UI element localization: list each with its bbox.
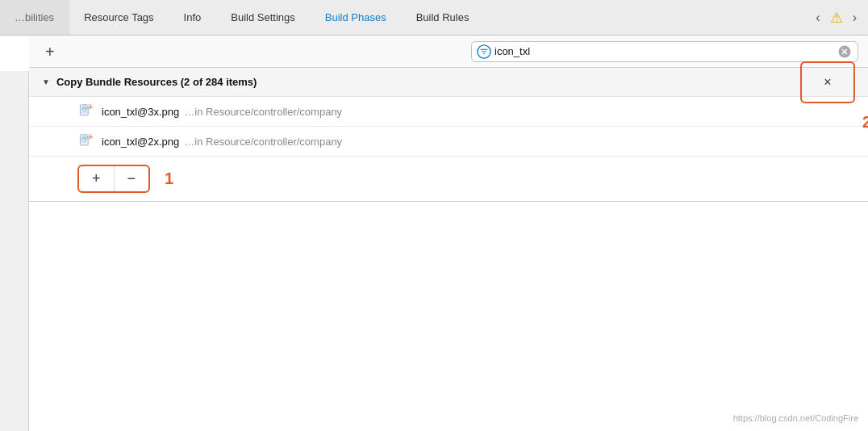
section-triangle[interactable]: ▼ <box>42 77 50 86</box>
file-icon-2x: PNG <box>77 133 94 149</box>
watermark: https://blog.csdn.net/CodingFire <box>733 413 858 423</box>
section-close-button[interactable]: × <box>800 61 855 103</box>
tab-info[interactable]: Info <box>169 0 217 35</box>
section-header: ▼ Copy Bundle Resources (2 of 284 items)… <box>29 68 868 97</box>
section-title: Copy Bundle Resources (2 of 284 items) <box>56 76 257 88</box>
add-remove-row: + − 1 <box>29 157 868 202</box>
forward-button[interactable]: › <box>848 7 862 28</box>
search-input[interactable] <box>495 45 837 57</box>
file-path-2x: …in Resource/controller/company <box>184 136 342 148</box>
search-container <box>471 41 858 62</box>
tab-capabilities[interactable]: …bilities <box>0 0 69 35</box>
annotation-2: 2 <box>862 113 868 132</box>
remove-file-button[interactable]: − <box>115 166 149 191</box>
svg-text:PNG: PNG <box>87 135 93 139</box>
filter-icon <box>477 44 491 59</box>
annotation-1: 1 <box>165 169 173 188</box>
tab-list: …bilities Resource Tags Info Build Setti… <box>0 0 484 35</box>
file-item-2x: PNG icon_txl@2x.png …in Resource/control… <box>29 127 868 157</box>
toolbar-row: + <box>29 36 868 68</box>
tab-build-settings[interactable]: Build Settings <box>216 0 311 35</box>
add-phase-button[interactable]: + <box>39 42 61 61</box>
left-panel <box>0 71 29 431</box>
add-remove-group: + − <box>77 165 150 193</box>
main-content: + <box>0 36 868 431</box>
file-icon-3x: PNG <box>77 103 94 119</box>
tab-build-rules[interactable]: Build Rules <box>402 0 485 35</box>
tab-resource-tags[interactable]: Resource Tags <box>69 0 169 35</box>
file-item-3x: PNG icon_txl@3x.png …in Resource/control… <box>29 97 868 127</box>
tab-build-phases[interactable]: Build Phases <box>311 0 402 35</box>
svg-text:PNG: PNG <box>87 105 93 109</box>
back-button[interactable]: ‹ <box>811 7 824 28</box>
file-name-3x: icon_txl@3x.png <box>102 106 179 118</box>
file-name-2x: icon_txl@2x.png <box>102 136 179 148</box>
search-clear-button[interactable] <box>837 45 853 58</box>
add-file-button[interactable]: + <box>79 166 115 191</box>
nav-arrows: ‹ ⚠ › <box>811 0 868 35</box>
file-path-3x: …in Resource/controller/company <box>184 106 342 118</box>
warning-icon: ⚠ <box>827 9 846 27</box>
nav-bar: …bilities Resource Tags Info Build Setti… <box>0 0 868 36</box>
